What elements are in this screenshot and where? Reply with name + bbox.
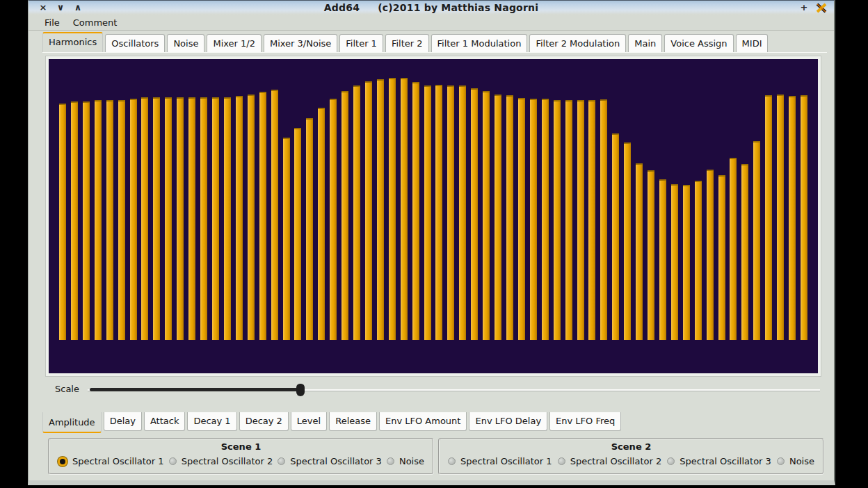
harmonic-bar-29[interactable]: [389, 78, 396, 340]
harmonic-bar-45[interactable]: [577, 100, 584, 340]
harmonic-bar-63[interactable]: [789, 96, 796, 340]
harmonic-bar-27[interactable]: [365, 81, 372, 340]
tab-oscillators[interactable]: Oscillators: [105, 34, 165, 53]
harmonic-bar-58[interactable]: [730, 158, 737, 340]
tab-voice-assign[interactable]: Voice Assign: [664, 34, 733, 53]
harmonic-bar-4[interactable]: [95, 100, 102, 340]
tab-main[interactable]: Main: [628, 34, 662, 53]
harmonic-bar-20[interactable]: [283, 138, 290, 340]
harmonic-bar-61[interactable]: [765, 95, 772, 340]
tab-midi[interactable]: MIDI: [736, 34, 769, 53]
harmonic-bar-26[interactable]: [353, 86, 360, 340]
harmonic-bar-48[interactable]: [612, 133, 619, 340]
harmonic-bar-28[interactable]: [377, 79, 384, 340]
harmonic-bar-12[interactable]: [188, 97, 195, 340]
scene1-option-spectral-oscillator-3[interactable]: Spectral Oscillator 3: [278, 456, 382, 466]
menu-comment[interactable]: Comment: [72, 17, 119, 29]
harmonic-bar-13[interactable]: [200, 97, 207, 340]
titlebar[interactable]: ×∨∧ Add64(c)2011 by Matthias Nagorni +: [29, 1, 834, 15]
harmonic-bar-59[interactable]: [741, 164, 748, 340]
tab-filter-2-modulation[interactable]: Filter 2 Modulation: [529, 34, 626, 53]
scene2-option-noise[interactable]: Noise: [777, 456, 814, 466]
harmonic-bar-46[interactable]: [588, 100, 595, 340]
radio-icon[interactable]: [558, 457, 565, 465]
env-tab-decay-1[interactable]: Decay 1: [187, 412, 236, 431]
harmonic-bar-37[interactable]: [483, 91, 490, 340]
harmonic-bar-55[interactable]: [695, 181, 702, 340]
radio-icon[interactable]: [777, 457, 785, 465]
harmonic-bar-33[interactable]: [435, 85, 442, 340]
harmonic-bar-8[interactable]: [141, 97, 148, 340]
env-tab-env-lfo-amount[interactable]: Env LFO Amount: [379, 412, 467, 431]
harmonic-bar-14[interactable]: [212, 97, 219, 340]
harmonic-bar-47[interactable]: [600, 99, 607, 340]
tab-mixer-1-2[interactable]: Mixer 1/2: [207, 34, 262, 53]
env-tab-attack[interactable]: Attack: [144, 412, 186, 431]
harmonic-bar-23[interactable]: [318, 108, 325, 340]
tab-mixer-3-noise[interactable]: Mixer 3/Noise: [264, 34, 337, 53]
tab-filter-1-modulation[interactable]: Filter 1 Modulation: [431, 34, 528, 53]
harmonic-bar-60[interactable]: [753, 141, 760, 340]
harmonic-bar-15[interactable]: [224, 97, 231, 340]
harmonic-bar-57[interactable]: [718, 175, 725, 340]
radio-icon[interactable]: [278, 457, 285, 465]
scale-slider-handle[interactable]: [296, 384, 305, 396]
harmonic-bar-49[interactable]: [624, 143, 631, 340]
harmonic-bar-7[interactable]: [130, 99, 137, 340]
harmonic-bar-6[interactable]: [118, 100, 125, 340]
scene2-option-spectral-oscillator-2[interactable]: Spectral Oscillator 2: [558, 456, 662, 466]
shade-button[interactable]: ∨: [56, 1, 65, 15]
radio-icon-selected[interactable]: [58, 457, 67, 466]
scene1-option-spectral-oscillator-2[interactable]: Spectral Oscillator 2: [169, 456, 273, 466]
tab-noise[interactable]: Noise: [167, 34, 204, 53]
harmonic-bar-3[interactable]: [83, 101, 90, 340]
harmonic-bar-41[interactable]: [530, 99, 537, 340]
scene1-option-noise[interactable]: Noise: [387, 456, 424, 466]
harmonic-bar-51[interactable]: [648, 170, 654, 340]
close-button[interactable]: ×: [38, 1, 48, 15]
radio-icon[interactable]: [667, 457, 675, 465]
menu-file[interactable]: File: [43, 17, 61, 29]
radio-icon[interactable]: [387, 457, 394, 465]
harmonic-bar-21[interactable]: [294, 128, 301, 340]
harmonic-bar-18[interactable]: [259, 92, 266, 340]
harmonic-bar-40[interactable]: [518, 98, 525, 340]
unshade-button[interactable]: ∧: [73, 1, 83, 15]
harmonic-bar-38[interactable]: [495, 95, 501, 340]
env-tab-release[interactable]: Release: [329, 412, 377, 431]
harmonic-bar-16[interactable]: [236, 96, 243, 340]
radio-icon[interactable]: [169, 457, 177, 465]
harmonic-bar-2[interactable]: [71, 101, 78, 340]
env-tab-env-lfo-freq[interactable]: Env LFO Freq: [549, 412, 621, 431]
harmonic-bar-30[interactable]: [401, 78, 408, 340]
env-tab-decay-2[interactable]: Decay 2: [239, 412, 289, 431]
harmonic-bar-50[interactable]: [636, 163, 643, 340]
env-tab-env-lfo-delay[interactable]: Env LFO Delay: [469, 412, 547, 431]
tab-harmonics[interactable]: Harmonics: [42, 32, 103, 53]
env-tab-delay[interactable]: Delay: [104, 412, 142, 431]
radio-icon[interactable]: [448, 457, 456, 465]
harmonic-bar-56[interactable]: [707, 170, 714, 340]
harmonic-bar-36[interactable]: [471, 88, 478, 340]
harmonic-bar-9[interactable]: [153, 97, 160, 340]
harmonic-bar-19[interactable]: [271, 90, 278, 340]
harmonic-bar-31[interactable]: [412, 82, 419, 340]
pin-button[interactable]: +: [799, 1, 809, 15]
env-tab-level[interactable]: Level: [291, 412, 327, 431]
tab-filter-2[interactable]: Filter 2: [385, 34, 429, 53]
harmonics-chart[interactable]: [49, 59, 818, 373]
harmonic-bar-35[interactable]: [459, 86, 466, 340]
harmonic-bar-11[interactable]: [177, 97, 184, 340]
scene1-option-spectral-oscillator-1[interactable]: Spectral Oscillator 1: [58, 456, 164, 466]
harmonic-bar-25[interactable]: [341, 91, 348, 340]
harmonic-bar-24[interactable]: [330, 99, 337, 340]
harmonic-bar-34[interactable]: [447, 86, 454, 340]
env-tab-amplitude[interactable]: Amplitude: [42, 412, 102, 433]
harmonic-bar-10[interactable]: [165, 97, 172, 340]
tab-filter-1[interactable]: Filter 1: [339, 34, 383, 53]
harmonic-bar-54[interactable]: [683, 185, 690, 340]
harmonic-bar-17[interactable]: [248, 95, 255, 340]
harmonic-bar-22[interactable]: [306, 118, 313, 340]
harmonic-bar-52[interactable]: [659, 179, 666, 340]
harmonic-bar-43[interactable]: [554, 100, 561, 340]
